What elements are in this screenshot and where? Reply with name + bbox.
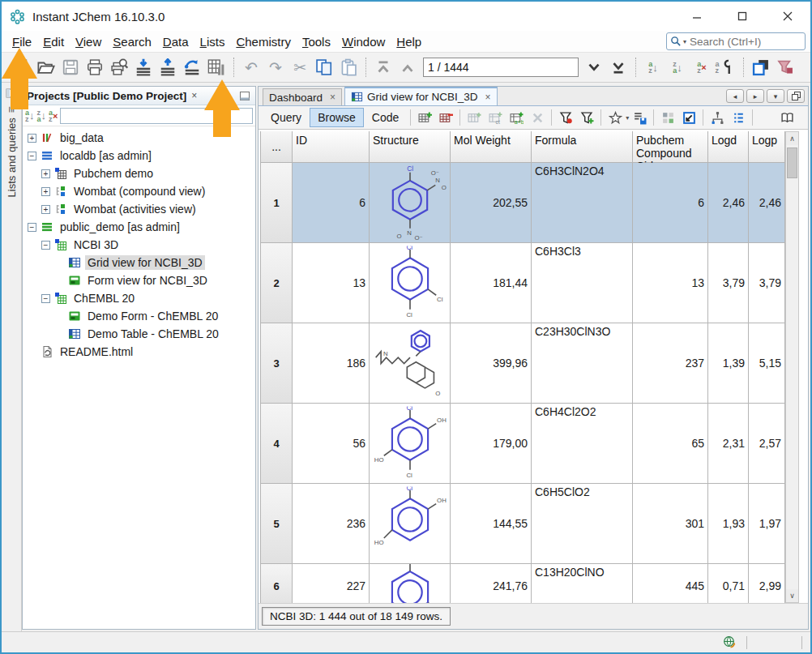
grid-row-4[interactable]: 456179,00C6H4Cl2O2652,312,57 [260, 404, 785, 484]
open-icon[interactable] [34, 56, 58, 79]
tree-item-big-data[interactable]: +big_data [23, 129, 255, 147]
remove-sort-icon[interactable]: az× [49, 109, 58, 122]
menu-search[interactable]: Search [107, 33, 157, 50]
cell-pubchem-cid[interactable]: 13 [633, 243, 708, 323]
cell-logp[interactable]: 1,97 [749, 484, 785, 564]
menu-lists[interactable]: Lists [194, 33, 231, 50]
tab-grid-view-for-ncbi-3d[interactable]: Grid view for NCBI_3D× [344, 87, 498, 105]
cell-mol-weight[interactable]: 179,00 [451, 404, 532, 484]
tree-expander-icon[interactable]: − [28, 152, 36, 160]
grid-row-2[interactable]: 213181,44C6H3Cl3133,793,79 [260, 243, 785, 323]
tree-item-demo-table-chembl-20[interactable]: Demo Table - ChEMBL 20 [23, 325, 255, 343]
panel-close-icon[interactable]: × [191, 90, 197, 101]
tab-list-dropdown-icon[interactable]: ▾ [767, 89, 784, 103]
tree-item-grid-view-for-ncbi-3d[interactable]: Grid view for NCBI_3D [23, 254, 255, 271]
search-options-caret-icon[interactable]: ▾ [683, 38, 686, 45]
search-input[interactable] [688, 35, 801, 49]
close-button[interactable] [765, 2, 810, 31]
book-icon[interactable] [776, 108, 797, 127]
cell-pubchem-cid[interactable]: 65 [633, 404, 708, 484]
advanced-sort-icon[interactable]: az [714, 56, 738, 79]
tree-item-pubchem-demo[interactable]: +Pubchem demo [23, 165, 255, 182]
column-header-mol-weight[interactable]: Mol Weight [451, 131, 532, 163]
copy-icon[interactable] [312, 56, 336, 79]
projects-panel-header[interactable]: Projects [Public Demo Project] × [23, 87, 255, 105]
tab-dashboard[interactable]: Dashboard× [263, 88, 342, 105]
grid-corner-cell[interactable]: ... [260, 131, 293, 163]
cell-logp[interactable]: 2,99 [749, 564, 785, 603]
cell-id[interactable]: 186 [293, 323, 370, 404]
mode-browse[interactable]: Browse [310, 108, 364, 127]
remove-sort-icon[interactable]: az× [690, 56, 714, 79]
tree-expander-icon[interactable]: − [28, 223, 36, 232]
tree-item-chembl-20[interactable]: −ChEMBL 20 [23, 289, 255, 307]
new-icon[interactable] [10, 56, 34, 79]
cell-logd[interactable]: 2,46 [708, 163, 749, 243]
import-icon[interactable] [131, 56, 156, 79]
menu-edit[interactable]: Edit [37, 33, 70, 50]
tab-close-icon[interactable]: × [330, 92, 335, 103]
hierarchy-icon[interactable] [707, 108, 728, 127]
sort-descending-icon[interactable]: za↓ [37, 109, 47, 122]
cell-mol-weight[interactable]: 241,76 [451, 564, 532, 603]
favorites-star-icon[interactable] [605, 108, 626, 127]
cell-id[interactable]: 227 [293, 564, 370, 603]
delete-row-icon[interactable] [435, 108, 456, 127]
menu-tools[interactable]: Tools [297, 33, 336, 50]
cell-pubchem-cid[interactable]: 445 [633, 564, 708, 603]
share-structure-icon[interactable] [180, 56, 204, 79]
insert-row-icon[interactable] [414, 108, 435, 127]
export-icon[interactable] [156, 56, 180, 79]
row-header[interactable]: 6 [260, 564, 293, 603]
cell-id[interactable]: 13 [293, 243, 370, 323]
vertical-scrollbar[interactable]: ∧ ∨ [785, 131, 799, 603]
cell-structure[interactable] [370, 163, 451, 243]
cell-logp[interactable]: 2,57 [749, 404, 785, 484]
next-record-icon[interactable] [582, 56, 606, 79]
scroll-tabs-right-icon[interactable]: ▸ [746, 89, 764, 103]
row-header[interactable]: 5 [260, 484, 293, 564]
new-window-icon[interactable] [749, 56, 773, 79]
cell-structure[interactable] [370, 323, 451, 404]
row-header[interactable]: 1 [260, 163, 293, 243]
cell-logp[interactable]: 5,15 [749, 323, 785, 404]
cell-pubchem-cid[interactable]: 6 [633, 163, 708, 243]
cell-mol-weight[interactable]: 144,55 [451, 484, 532, 564]
cell-id[interactable]: 56 [293, 404, 370, 484]
tab-close-icon[interactable]: × [485, 92, 491, 103]
panel-minimize-icon[interactable] [238, 90, 251, 101]
cell-logd[interactable]: 1,93 [708, 484, 749, 564]
add-chemical-terms-field-icon[interactable]: ct [485, 108, 506, 127]
add-calculated-field-icon[interactable]: a+b [506, 108, 527, 127]
cell-structure[interactable] [370, 243, 451, 323]
scroll-tabs-left-icon[interactable]: ◂ [726, 89, 744, 103]
paste-icon[interactable] [336, 56, 361, 79]
cell-mol-weight[interactable]: 202,55 [451, 163, 532, 243]
cell-structure[interactable] [370, 484, 451, 564]
cell-id[interactable]: 236 [293, 484, 370, 564]
mode-code[interactable]: Code [364, 108, 407, 127]
redo-icon[interactable]: ↷ [263, 56, 288, 79]
scroll-down-icon[interactable]: ∨ [786, 589, 798, 602]
cell-logd[interactable]: 0,71 [708, 564, 749, 603]
minimize-button[interactable] [674, 2, 720, 31]
cell-logd[interactable]: 2,31 [708, 404, 749, 484]
network-status-icon[interactable] [723, 635, 737, 649]
maximize-button[interactable] [720, 2, 765, 31]
cell-formula[interactable]: C6H5ClO2 [532, 484, 633, 564]
cell-mol-weight[interactable]: 181,44 [451, 243, 532, 323]
add-filter-icon[interactable] [576, 108, 597, 127]
tree-item-wombat-activities-view-[interactable]: +Wombat (activities view) [23, 200, 255, 218]
print-icon[interactable] [83, 56, 107, 79]
column-header-logd[interactable]: Logd [708, 131, 749, 163]
cell-id[interactable]: 6 [293, 163, 370, 243]
layout-squares-icon[interactable] [657, 108, 678, 127]
menu-view[interactable]: View [70, 33, 107, 50]
sort-ascending-icon[interactable]: az↓ [25, 109, 35, 122]
tree-item-public-demo-as-admin-[interactable]: −public_demo [as admin] [23, 218, 255, 236]
column-header-pubchem-compound-cid[interactable]: Pubchem Compound Cid [633, 131, 708, 163]
dock-lists-and-queries[interactable]: Lists and queries ≡ [5, 106, 18, 197]
delete-field-icon[interactable] [527, 108, 548, 127]
last-record-icon[interactable] [606, 56, 630, 79]
scroll-up-icon[interactable]: ∧ [786, 132, 798, 145]
